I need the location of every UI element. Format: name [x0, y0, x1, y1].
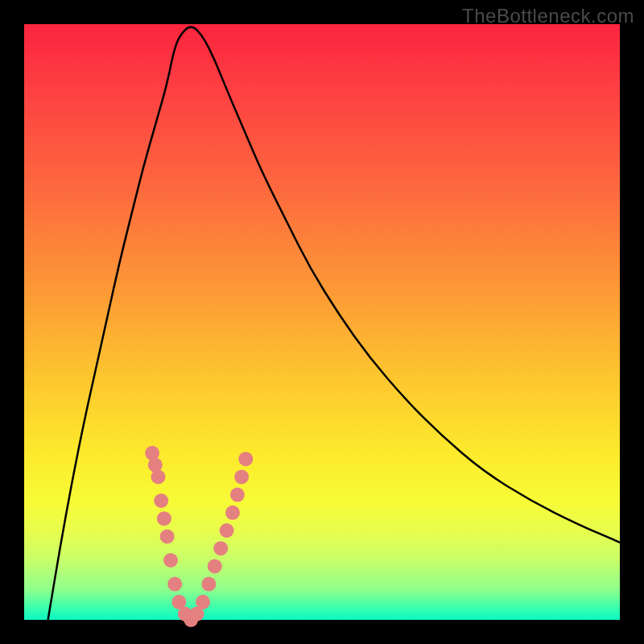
marker-dot	[208, 559, 222, 573]
marker-dot	[196, 595, 210, 609]
marker-dot	[151, 469, 166, 484]
marker-group	[145, 446, 253, 627]
marker-dot	[230, 488, 245, 502]
marker-dot	[225, 506, 240, 520]
marker-dot	[157, 511, 171, 526]
marker-dot	[234, 469, 249, 484]
marker-dot	[220, 523, 234, 538]
outer-frame: TheBottleneck.com	[0, 0, 644, 644]
chart-svg	[24, 24, 620, 620]
marker-dot	[213, 541, 228, 555]
marker-dot	[201, 577, 216, 592]
marker-dot	[160, 529, 175, 543]
marker-dot	[154, 493, 168, 508]
plot-area	[24, 24, 620, 620]
marker-dot	[238, 452, 253, 466]
bottleneck-curve	[48, 27, 620, 620]
marker-dot	[163, 553, 178, 568]
marker-dot	[167, 577, 182, 592]
